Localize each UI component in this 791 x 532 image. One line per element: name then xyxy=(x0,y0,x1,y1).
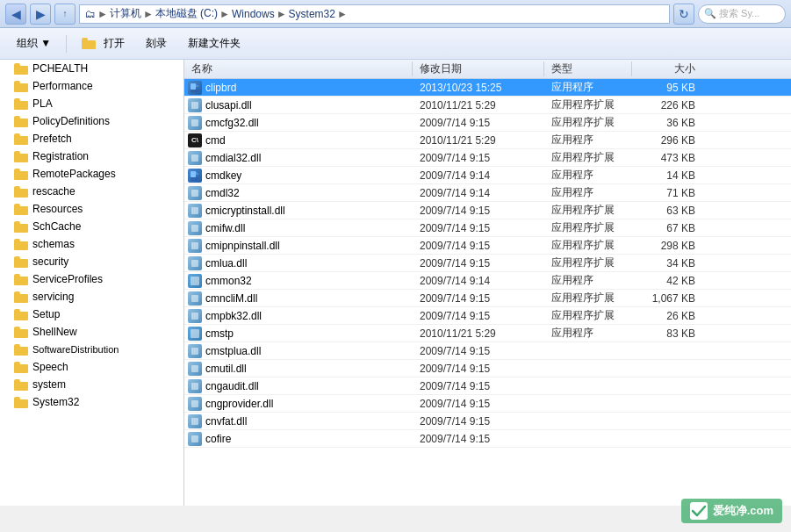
sidebar-item-schemas[interactable]: schemas xyxy=(0,235,183,253)
file-date: 2013/10/23 15:25 xyxy=(413,82,544,94)
sidebar-item-policydefinitions[interactable]: PolicyDefinitions xyxy=(0,112,183,130)
table-row[interactable]: cmstp 2010/11/21 5:29 应用程序 83 KB xyxy=(184,325,791,342)
folder-icon xyxy=(82,38,96,49)
folder-icon xyxy=(14,98,28,110)
table-row[interactable]: C\ cmd 2010/11/21 5:29 应用程序 296 KB xyxy=(184,132,791,149)
table-row[interactable]: cmipnpinstall.dll 2009/7/14 9:15 应用程序扩展 … xyxy=(184,237,791,255)
refresh-button[interactable]: ↻ xyxy=(673,4,694,25)
folder-icon xyxy=(14,204,28,215)
sidebar-item-shellnew[interactable]: ShellNew xyxy=(0,323,183,341)
table-row[interactable]: cngprovider.dll 2009/7/14 9:15 xyxy=(184,395,791,413)
file-name: cmstplua.dll xyxy=(184,344,413,358)
file-size: 36 KB xyxy=(632,117,702,129)
file-type: 应用程序扩展 xyxy=(544,291,632,306)
file-date: 2009/7/14 9:15 xyxy=(413,433,544,445)
file-date: 2009/7/14 9:15 xyxy=(413,117,544,129)
folder-icon xyxy=(14,309,28,320)
file-size: 298 KB xyxy=(632,240,702,252)
table-row[interactable]: cofire 2009/7/14 9:15 xyxy=(184,430,791,448)
sidebar-item-serviceprofiles[interactable]: ServiceProfiles xyxy=(0,270,183,288)
svg-rect-7 xyxy=(191,179,198,181)
table-row[interactable]: cnvfat.dll 2009/7/14 9:15 xyxy=(184,413,791,430)
open-button[interactable]: 打开 xyxy=(72,32,134,56)
sidebar-item-rescache[interactable]: rescache xyxy=(0,183,183,200)
up-button[interactable]: ↑ xyxy=(54,4,76,25)
sidebar-item-pchealth[interactable]: PCHEALTH xyxy=(0,60,183,77)
sidebar-item-softwaredistribution[interactable]: SoftwareDistribution xyxy=(0,341,183,358)
file-type: 应用程序 xyxy=(544,80,632,95)
folder-icon xyxy=(14,221,28,233)
file-name: cmdkey xyxy=(184,169,413,183)
dll-icon xyxy=(188,379,202,393)
file-name: cmifw.dll xyxy=(184,221,413,235)
table-row[interactable]: cmicryptinstall.dll 2009/7/14 9:15 应用程序扩… xyxy=(184,202,791,219)
column-date[interactable]: 修改日期 xyxy=(413,61,544,76)
path-windows[interactable]: Windows xyxy=(232,8,275,20)
newfolder-button[interactable]: 新建文件夹 xyxy=(178,32,250,56)
file-name: clusapi.dll xyxy=(184,98,413,112)
table-row[interactable]: cmstplua.dll 2009/7/14 9:15 xyxy=(184,342,791,360)
search-box[interactable]: 🔍 搜索 Sy... xyxy=(698,4,786,24)
path-computer[interactable]: 计算机 xyxy=(110,6,141,21)
sidebar-item-schcache[interactable]: SchCache xyxy=(0,218,183,235)
table-row[interactable]: clusapi.dll 2010/11/21 5:29 应用程序扩展 226 K… xyxy=(184,97,791,114)
table-row[interactable]: cmdial32.dll 2009/7/14 9:15 应用程序扩展 473 K… xyxy=(184,149,791,167)
file-date: 2009/7/14 9:15 xyxy=(413,363,544,375)
file-size: 67 KB xyxy=(632,222,702,234)
sidebar-item-speech[interactable]: Speech xyxy=(0,358,183,376)
path-system32[interactable]: System32 xyxy=(289,8,335,20)
file-type: 应用程序 xyxy=(544,168,632,183)
sidebar-item-system32[interactable]: System32 xyxy=(0,393,183,411)
folder-icon xyxy=(14,63,28,75)
file-type: 应用程序扩展 xyxy=(544,308,632,323)
column-size[interactable]: 大小 xyxy=(632,61,702,76)
table-row[interactable]: cmifw.dll 2009/7/14 9:15 应用程序扩展 67 KB xyxy=(184,219,791,237)
column-type[interactable]: 类型 xyxy=(544,61,632,76)
sidebar-item-remotepackages[interactable]: RemotePackages xyxy=(0,165,183,183)
file-name: cmncliM.dll xyxy=(184,291,413,306)
table-row[interactable]: cmmon32 2009/7/14 9:14 应用程序 42 KB xyxy=(184,272,791,290)
sidebar-item-security[interactable]: security xyxy=(0,253,183,270)
sidebar-item-registration[interactable]: Registration xyxy=(0,147,183,165)
column-name[interactable]: 名称 xyxy=(184,61,413,76)
file-type: 应用程序 xyxy=(544,273,632,288)
table-row[interactable]: cmutil.dll 2009/7/14 9:15 xyxy=(184,360,791,377)
sidebar-item-resources[interactable]: Resources xyxy=(0,200,183,218)
sidebar-item-system[interactable]: system xyxy=(0,376,183,393)
table-row[interactable]: clipbrd 2013/10/23 15:25 应用程序 95 KB xyxy=(184,79,791,97)
file-type: 应用程序 xyxy=(544,133,632,147)
toolbar: 组织 ▼ 打开 刻录 新建文件夹 xyxy=(0,28,791,60)
organize-button[interactable]: 组织 ▼ xyxy=(7,32,61,56)
sidebar-item-prefetch[interactable]: Prefetch xyxy=(0,130,183,147)
table-row[interactable]: cmlua.dll 2009/7/14 9:15 应用程序扩展 34 KB xyxy=(184,255,791,272)
file-type: 应用程序扩展 xyxy=(544,97,632,112)
watermark: 爱纯净.com xyxy=(681,499,782,523)
table-row[interactable]: cmncliM.dll 2009/7/14 9:15 应用程序扩展 1,067 … xyxy=(184,290,791,307)
table-row[interactable]: cmpbk32.dll 2009/7/14 9:15 应用程序扩展 26 KB xyxy=(184,307,791,325)
back-button[interactable]: ◀ xyxy=(5,4,26,25)
path-drive[interactable]: 本地磁盘 (C:) xyxy=(155,6,218,21)
dll-icon xyxy=(188,256,202,270)
special-icon xyxy=(188,327,202,341)
dll-icon xyxy=(188,221,202,235)
dll-icon xyxy=(188,362,202,376)
svg-rect-3 xyxy=(191,91,198,93)
table-row[interactable]: cngaudit.dll 2009/7/14 9:15 xyxy=(184,377,791,395)
forward-button[interactable]: ▶ xyxy=(30,4,51,25)
file-date: 2009/7/14 9:15 xyxy=(413,152,544,164)
file-name: cnvfat.dll xyxy=(184,414,413,428)
folder-icon xyxy=(14,274,28,285)
table-row[interactable]: cmcfg32.dll 2009/7/14 9:15 应用程序扩展 36 KB xyxy=(184,114,791,132)
file-name: cofire xyxy=(184,432,413,446)
address-path[interactable]: 🗂 ► 计算机 ► 本地磁盘 (C:) ► Windows ► System32… xyxy=(79,4,670,24)
burn-button[interactable]: 刻录 xyxy=(136,32,176,56)
file-size: 1,067 KB xyxy=(632,292,702,305)
svg-rect-2 xyxy=(191,90,199,91)
folder-icon xyxy=(14,397,28,408)
sidebar-item-pla[interactable]: PLA xyxy=(0,95,183,112)
table-row[interactable]: cmdkey 2009/7/14 9:14 应用程序 14 KB xyxy=(184,167,791,184)
sidebar-item-setup[interactable]: Setup xyxy=(0,306,183,323)
table-row[interactable]: cmdl32 2009/7/14 9:14 应用程序 71 KB xyxy=(184,184,791,202)
sidebar-item-performance[interactable]: Performance xyxy=(0,77,183,95)
sidebar-item-servicing[interactable]: servicing xyxy=(0,288,183,306)
